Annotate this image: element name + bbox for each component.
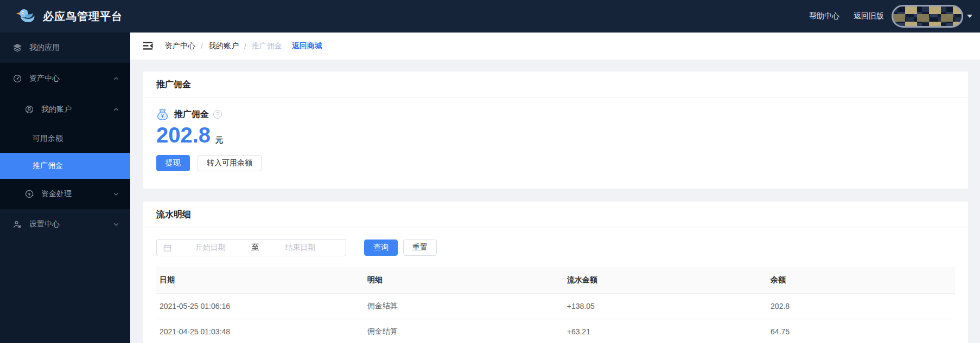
cell-date: 2021-05-25 01:06:16 [156, 293, 364, 319]
date-to-label: 至 [250, 243, 262, 253]
sidebar-item-label: 推广佣金 [33, 161, 63, 171]
yen-circle-icon: ¥ [24, 189, 35, 199]
transfer-to-balance-button[interactable]: 转入可用余额 [198, 155, 262, 171]
flow-table: 日期 明细 流水金额 余额 2021-05-25 01:06:16 佣金结算 +… [156, 267, 955, 343]
menu-fold-icon[interactable] [143, 41, 154, 51]
withdraw-button[interactable]: 提现 [156, 155, 190, 171]
breadcrumb-separator: / [201, 42, 203, 50]
cell-balance: 202.8 [767, 293, 955, 319]
cell-detail: 佣金结算 [364, 319, 564, 343]
cell-balance: 64.75 [767, 319, 955, 343]
back-to-old-link[interactable]: 返回旧版 [854, 11, 884, 21]
back-to-mall-link[interactable]: 返回商城 [292, 41, 322, 51]
sidebar-item-promo-commission[interactable]: 推广佣金 [0, 153, 130, 179]
table-row: 2021-04-25 01:03:48 佣金结算 +63.21 64.75 [156, 319, 955, 343]
cell-detail: 佣金结算 [364, 293, 564, 319]
breadcrumb: 资产中心 / 我的账户 / 推广佣金 [165, 41, 282, 51]
asset-center-group: 资产中心 我的账户 可用余额 [0, 63, 130, 209]
sidebar-item-label: 我的账户 [41, 105, 72, 114]
app-title: 必应鸟管理平台 [43, 9, 123, 24]
commission-amount: 202.8 [156, 123, 211, 147]
cell-flow-amount: +138.05 [564, 293, 767, 319]
bird-logo-icon [15, 8, 36, 25]
breadcrumb-asset-center[interactable]: 资产中心 [165, 41, 195, 51]
svg-text:¥: ¥ [161, 113, 164, 119]
chevron-down-icon [113, 221, 119, 228]
sidebar: 我的应用 资产中心 [0, 33, 130, 343]
user-menu-caret-icon[interactable] [967, 15, 972, 18]
col-header-detail: 明细 [364, 267, 564, 293]
col-header-balance: 余额 [767, 267, 955, 293]
sidebar-item-my-account[interactable]: 我的账户 [0, 94, 130, 125]
user-account-blurred[interactable] [892, 5, 963, 28]
flow-filter-row: 开始日期 至 结束日期 查询 重置 [156, 239, 955, 256]
breadcrumb-current-page: 推广佣金 [252, 41, 282, 51]
cell-flow-amount: +63.21 [564, 319, 767, 343]
user-gear-icon [12, 219, 23, 230]
chevron-down-icon [113, 191, 119, 197]
col-header-date: 日期 [156, 267, 364, 293]
table-header-row: 日期 明细 流水金额 余额 [156, 267, 955, 293]
help-center-link[interactable]: 帮助中心 [809, 11, 839, 21]
help-question-icon[interactable]: ? [213, 110, 222, 119]
commission-panel-title: 推广佣金 [174, 109, 209, 120]
breadcrumb-separator: / [244, 42, 246, 50]
commission-card: 推广佣金 ¥ 推广佣金 ? 202.8 元 [143, 72, 968, 189]
sidebar-item-my-apps[interactable]: 我的应用 [0, 33, 130, 63]
brand: 必应鸟管理平台 [15, 8, 123, 25]
chevron-up-icon [113, 75, 119, 82]
commission-unit: 元 [215, 135, 223, 145]
breadcrumb-bar: 资产中心 / 我的账户 / 推广佣金 返回商城 [130, 33, 980, 60]
cell-date: 2021-04-25 01:03:48 [156, 319, 364, 343]
sidebar-item-fund-processing[interactable]: ¥ 资金处理 [0, 179, 130, 209]
page-content: 推广佣金 ¥ 推广佣金 ? 202.8 元 [130, 60, 980, 343]
sidebar-item-label: 资产中心 [29, 74, 60, 83]
layers-icon [12, 42, 23, 53]
chevron-up-icon [113, 106, 119, 113]
search-button[interactable]: 查询 [364, 240, 398, 256]
commission-card-title: 推广佣金 [143, 72, 968, 98]
dashboard-icon [12, 73, 23, 84]
flow-detail-card: 流水明细 开始日期 [143, 202, 968, 343]
svg-text:¥: ¥ [28, 192, 31, 197]
reset-button[interactable]: 重置 [403, 240, 437, 256]
table-row: 2021-05-25 01:06:16 佣金结算 +138.05 202.8 [156, 293, 955, 319]
sidebar-item-asset-center[interactable]: 资产中心 [0, 63, 130, 94]
money-bag-icon: ¥ [156, 108, 169, 121]
flow-card-title: 流水明细 [143, 202, 968, 228]
topbar-right: 帮助中心 返回旧版 [795, 5, 972, 28]
breadcrumb-my-account[interactable]: 我的账户 [208, 41, 239, 51]
date-range-input[interactable]: 开始日期 至 结束日期 [156, 239, 346, 256]
sidebar-item-available-balance[interactable]: 可用余额 [0, 125, 130, 153]
start-date-placeholder[interactable]: 开始日期 [171, 243, 250, 253]
col-header-flow-amount: 流水金额 [564, 267, 767, 293]
calendar-icon [163, 244, 171, 252]
sidebar-item-settings-center[interactable]: 设置中心 [0, 209, 130, 240]
sidebar-item-label: 可用余额 [33, 134, 63, 144]
topbar: 必应鸟管理平台 帮助中心 返回旧版 [0, 0, 980, 33]
sidebar-item-label: 我的应用 [29, 43, 60, 53]
end-date-placeholder[interactable]: 结束日期 [262, 243, 340, 253]
sidebar-item-label: 资金处理 [41, 189, 72, 199]
sidebar-item-label: 设置中心 [29, 219, 60, 229]
user-circle-icon [24, 104, 35, 115]
